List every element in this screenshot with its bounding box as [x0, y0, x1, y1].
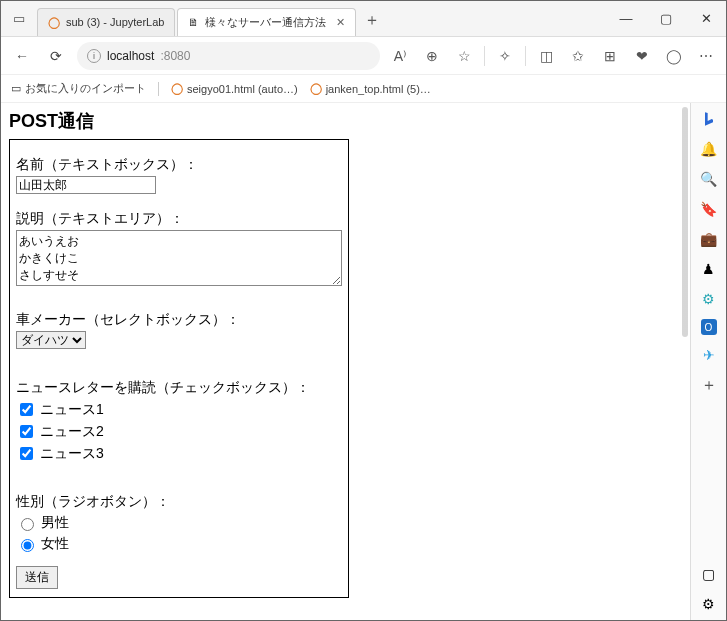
edge-sidebar: 🔔 🔍 🔖 💼 ♟ ⚙ O ✈ ＋ ▢ ⚙ — [690, 103, 726, 620]
bookmark-label: seigyo01.html (auto…) — [187, 83, 298, 95]
bookmarks-bar: ▭ お気に入りのインポート ◯ seigyo01.html (auto…) ◯ … — [1, 75, 726, 103]
zoom-icon[interactable]: ⊕ — [420, 44, 444, 68]
gender-row: 男性 — [16, 514, 342, 532]
page-content: POST通信 名前（テキストボックス）： 説明（テキストエリア）： 車メーカー（… — [1, 103, 690, 620]
tab-jupyterlab[interactable]: ◯ sub (3) - JupyterLab — [37, 8, 175, 36]
separator — [484, 46, 485, 66]
page-title: POST通信 — [9, 109, 682, 133]
bookmark-seigyo[interactable]: ◯ seigyo01.html (auto…) — [171, 82, 298, 95]
page-icon: 🗎 — [188, 16, 199, 28]
favorite-icon[interactable]: ☆ — [452, 44, 476, 68]
newsletter-label-text: ニュース1 — [40, 401, 104, 419]
newsletter-row: ニュース3 — [16, 444, 342, 463]
site-info-icon[interactable]: i — [87, 49, 101, 63]
bookmarks-import-icon: ▭ — [11, 82, 21, 95]
gender-radio-2[interactable] — [21, 539, 34, 552]
tab-label: 様々なサーバー通信方法 — [205, 15, 326, 30]
search-sidebar-icon[interactable]: 🔍 — [699, 169, 719, 189]
briefcase-icon[interactable]: 💼 — [699, 229, 719, 249]
browser-toolbar: ← ⟳ i localhost:8080 A⁾ ⊕ ☆ ✧ ◫ ✩ ⊞ ❤︎ ◯… — [1, 37, 726, 75]
refresh-button[interactable]: ⟳ — [43, 43, 69, 69]
tab-actions-icon[interactable]: ▭ — [1, 11, 37, 26]
minimize-button[interactable]: — — [606, 3, 646, 35]
jupyter-icon: ◯ — [310, 82, 322, 95]
newsletter-row: ニュース1 — [16, 400, 342, 419]
favorites-bar-icon[interactable]: ✩ — [566, 44, 590, 68]
newsletter-checkbox-3[interactable] — [20, 447, 33, 460]
notifications-icon[interactable]: 🔔 — [699, 139, 719, 159]
name-input[interactable] — [16, 176, 156, 194]
collections-icon[interactable]: ⊞ — [598, 44, 622, 68]
tools-icon[interactable]: ⚙ — [699, 289, 719, 309]
new-tab-button[interactable]: ＋ — [358, 10, 386, 31]
address-bar[interactable]: i localhost:8080 — [77, 42, 380, 70]
bookmark-label: janken_top.html (5)… — [326, 83, 431, 95]
newsletter-label-text: ニュース3 — [40, 445, 104, 463]
gender-label-text: 女性 — [41, 535, 69, 553]
scrollbar[interactable] — [682, 107, 688, 337]
back-button[interactable]: ← — [9, 43, 35, 69]
tab-bar: ▭ ◯ sub (3) - JupyterLab 🗎 様々なサーバー通信方法 ✕… — [1, 1, 726, 37]
settings-icon[interactable]: ⚙ — [699, 594, 719, 614]
bing-icon[interactable] — [699, 109, 719, 129]
desc-label: 説明（テキストエリア）： — [16, 210, 342, 228]
bookmark-janken[interactable]: ◯ janken_top.html (5)… — [310, 82, 431, 95]
name-label: 名前（テキストボックス）： — [16, 156, 342, 174]
tab-label: sub (3) - JupyterLab — [66, 16, 164, 28]
profile-icon[interactable]: ◯ — [662, 44, 686, 68]
browser-window: ▭ ◯ sub (3) - JupyterLab 🗎 様々なサーバー通信方法 ✕… — [0, 0, 727, 621]
submit-button[interactable]: 送信 — [16, 566, 58, 589]
newsletter-row: ニュース2 — [16, 422, 342, 441]
maker-select[interactable]: ダイハツ — [16, 331, 86, 349]
games-icon[interactable]: ♟ — [699, 259, 719, 279]
jupyter-icon: ◯ — [171, 82, 183, 95]
close-tab-icon[interactable]: ✕ — [336, 16, 345, 29]
read-aloud-icon[interactable]: A⁾ — [388, 44, 412, 68]
close-window-button[interactable]: ✕ — [686, 3, 726, 35]
toolbar-icons: A⁾ ⊕ ☆ ✧ ◫ ✩ ⊞ ❤︎ ◯ ⋯ — [388, 44, 718, 68]
bookmarks-import-label: お気に入りのインポート — [25, 81, 146, 96]
newsletter-label-text: ニュース2 — [40, 423, 104, 441]
separator — [158, 82, 159, 96]
gender-label: 性別（ラジオボタン）： — [16, 493, 342, 511]
post-form: 名前（テキストボックス）： 説明（テキストエリア）： 車メーカー（セレクトボック… — [9, 139, 349, 598]
gender-row: 女性 — [16, 535, 342, 553]
tag-icon[interactable]: 🔖 — [699, 199, 719, 219]
collapse-sidebar-icon[interactable]: ▢ — [699, 564, 719, 584]
url-host: localhost — [107, 49, 154, 63]
newsletter-label: ニュースレターを購読（チェックボックス）： — [16, 379, 342, 397]
desc-textarea[interactable] — [16, 230, 342, 286]
add-sidebar-icon[interactable]: ＋ — [699, 375, 719, 395]
gender-radio-1[interactable] — [21, 518, 34, 531]
newsletter-checkbox-2[interactable] — [20, 425, 33, 438]
shopping-icon[interactable]: ❤︎ — [630, 44, 654, 68]
jupyter-icon: ◯ — [48, 16, 60, 29]
extensions-icon[interactable]: ✧ — [493, 44, 517, 68]
menu-icon[interactable]: ⋯ — [694, 44, 718, 68]
tab-server-methods[interactable]: 🗎 様々なサーバー通信方法 ✕ — [177, 8, 356, 36]
split-screen-icon[interactable]: ◫ — [534, 44, 558, 68]
gender-label-text: 男性 — [41, 514, 69, 532]
window-controls: — ▢ ✕ — [606, 3, 726, 35]
separator — [525, 46, 526, 66]
body-area: POST通信 名前（テキストボックス）： 説明（テキストエリア）： 車メーカー（… — [1, 103, 726, 620]
maker-label: 車メーカー（セレクトボックス）： — [16, 311, 342, 329]
import-bookmarks[interactable]: ▭ お気に入りのインポート — [11, 81, 146, 96]
send-icon[interactable]: ✈ — [699, 345, 719, 365]
outlook-icon[interactable]: O — [701, 319, 717, 335]
url-port: :8080 — [160, 49, 190, 63]
newsletter-checkbox-1[interactable] — [20, 403, 33, 416]
maximize-button[interactable]: ▢ — [646, 3, 686, 35]
